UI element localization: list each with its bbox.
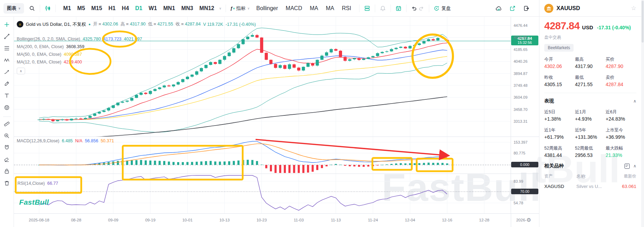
symbol-legend[interactable]: ≡ Gold vs US Dollar, D1, 不复权 ● 开 = 4302.… bbox=[17, 21, 256, 28]
divider bbox=[375, 5, 375, 12]
date-label-08-28: 08-28 bbox=[71, 218, 81, 222]
lock-icon[interactable] bbox=[2, 166, 12, 176]
date-label-12-16: 12-16 bbox=[442, 218, 452, 222]
text-tool-icon[interactable] bbox=[2, 91, 12, 100]
divider bbox=[3, 116, 11, 117]
price-axis-label: 3313.31 bbox=[514, 119, 528, 123]
undo-icon[interactable] bbox=[411, 5, 418, 12]
macd-dif-value: 56.856 bbox=[85, 138, 98, 143]
scrollbar-thumb[interactable] bbox=[642, 1, 644, 43]
related-row[interactable]: XAGUSDSilver vs U...63.061 bbox=[544, 184, 636, 189]
performance-title: 表现 bbox=[544, 98, 554, 104]
trend-line-icon[interactable] bbox=[2, 31, 12, 41]
timeframe-h1[interactable]: H1 bbox=[107, 4, 117, 13]
low-label: 低 bbox=[148, 22, 153, 27]
date-label-11-24: 11-24 bbox=[368, 218, 378, 222]
timeframe-mn12[interactable]: MN12 bbox=[198, 4, 216, 13]
timeframe-group: M1M5M15H1H4D1W1MN1MN3MN12 bbox=[60, 4, 217, 13]
divider bbox=[55, 5, 56, 12]
timeframe-w1[interactable]: W1 bbox=[147, 4, 159, 13]
redo-icon[interactable] bbox=[418, 5, 425, 12]
emoji-icon[interactable] bbox=[2, 103, 12, 112]
timeframe-mn1[interactable]: MN1 bbox=[161, 4, 177, 13]
curve-arrow-icon[interactable] bbox=[2, 67, 12, 77]
related-table: 资产名称最新价XAGUSDSilver vs U...63.061 bbox=[539, 169, 641, 189]
performance-header[interactable]: 表现 ∧ bbox=[539, 93, 641, 104]
collapse-legend-button[interactable]: ∧ bbox=[17, 68, 25, 74]
chart-menu-button[interactable]: 图表 ∨ bbox=[3, 3, 24, 14]
timeframe-d1[interactable]: D1 bbox=[134, 4, 144, 13]
timeframe-m5[interactable]: M5 bbox=[76, 4, 87, 13]
share-icon[interactable] bbox=[509, 5, 516, 12]
perf-stat-上市至今: 上市至今+36.99% bbox=[606, 127, 636, 140]
indicators-button[interactable]: ƒ+ 指标 ∨ bbox=[230, 5, 250, 12]
wave-pattern-icon[interactable] bbox=[2, 55, 12, 65]
indicator-shortcut-ma-3[interactable]: MA bbox=[324, 4, 336, 13]
rsi-legend[interactable]: RSI(14,Close) 66.77 bbox=[17, 181, 58, 186]
measure-icon[interactable] bbox=[2, 119, 12, 129]
ma200-legend[interactable]: MA(200, 0, EMA, Close) 3608.359 bbox=[17, 44, 84, 49]
time-axis[interactable]: ⚙ 2025-08-1808-2809-0909-1910-0110-1310-… bbox=[14, 213, 539, 227]
quote-stat-最高: 最高4317.90 bbox=[575, 56, 606, 69]
axis-settings-gear-icon[interactable]: ⚙ bbox=[526, 217, 531, 223]
eraser-icon[interactable] bbox=[2, 154, 12, 164]
timeframe-m1[interactable]: M1 bbox=[61, 4, 73, 13]
magnet-icon[interactable] bbox=[2, 143, 12, 152]
ma12-legend[interactable]: MA(12, 0, EMA, Close) 4239.400 bbox=[17, 60, 82, 65]
candle-style-icon[interactable] bbox=[44, 5, 51, 12]
date-label-11-13: 11-13 bbox=[331, 218, 341, 222]
macd-legend[interactable]: MACD(12,26,9,Close) 6.485 N/A 56.856 50.… bbox=[17, 138, 114, 143]
alert-bell-icon[interactable] bbox=[379, 5, 386, 12]
crosshair-plus-icon[interactable] bbox=[2, 20, 12, 29]
volume-value: V 119.72K bbox=[203, 22, 223, 27]
exit-fullscreen-icon[interactable] bbox=[523, 5, 530, 12]
chart-region[interactable]: FastBull ≡ Gold vs US Dollar, D1, 不复权 ● … bbox=[14, 17, 539, 227]
broker-badge[interactable]: BeeMarkets bbox=[544, 44, 574, 52]
indicator-shortcut-macd[interactable]: MACD bbox=[283, 4, 304, 13]
layout-icon[interactable] bbox=[364, 5, 371, 12]
indicator-shortcut-group: BollingerMACDMAMARSI bbox=[252, 4, 355, 13]
timeframe-more-chevron-icon[interactable]: ∨ bbox=[219, 7, 222, 10]
scrollbar[interactable] bbox=[641, 0, 644, 227]
search-icon[interactable] bbox=[29, 5, 36, 12]
price-chart-canvas[interactable] bbox=[14, 17, 539, 213]
brush-icon[interactable] bbox=[2, 79, 12, 89]
indicator-shortcut-rsi[interactable]: RSI bbox=[340, 4, 353, 13]
divider bbox=[359, 5, 359, 12]
price-axis-label: 4040.26 bbox=[514, 59, 528, 63]
ma50-legend[interactable]: MA(50, 0, EMA, Close) 4090.587 bbox=[17, 52, 82, 57]
quote-stat-买价: 买价4287.90 bbox=[606, 56, 636, 69]
panel-list-icon[interactable] bbox=[624, 164, 630, 169]
indicator-axis-label: 54.78 bbox=[514, 201, 523, 205]
timeframe-h4[interactable]: H4 bbox=[120, 4, 130, 13]
cloud-sync-icon[interactable] bbox=[495, 5, 502, 12]
timeframe-mn3[interactable]: MN3 bbox=[180, 4, 195, 13]
perf-stat-近5年: 近5年+131.36% bbox=[575, 127, 606, 140]
high-value: 4317.90 bbox=[130, 22, 145, 27]
live-dot-icon: ● bbox=[89, 22, 91, 26]
timeframe-m15[interactable]: M15 bbox=[90, 4, 104, 13]
date-label-09-19: 09-19 bbox=[145, 218, 155, 222]
quote-stat-卖价: 卖价4287.84 bbox=[606, 75, 636, 87]
replay-button[interactable]: 复盘 bbox=[433, 5, 451, 12]
fib-lines-icon[interactable] bbox=[2, 43, 12, 53]
chevron-up-icon[interactable]: ∧ bbox=[633, 164, 636, 168]
chevron-up-icon[interactable]: ∧ bbox=[633, 99, 636, 104]
symbol-name: XAUUSD bbox=[556, 5, 580, 12]
indicator-shortcut-bollinger[interactable]: Bollinger bbox=[254, 4, 280, 13]
indicator-shortcut-ma-2[interactable]: MA bbox=[308, 4, 320, 13]
bollinger-upper-value: 4325.780 bbox=[83, 37, 101, 41]
related-header[interactable]: 相关品种 ∧ bbox=[539, 158, 641, 169]
drawing-tool-rail bbox=[0, 17, 14, 227]
zoom-in-icon[interactable] bbox=[2, 131, 12, 141]
trash-icon[interactable] bbox=[2, 178, 12, 188]
countdown-timer: 15:32:56 bbox=[511, 40, 538, 45]
bollinger-legend[interactable]: Bollinger(26, 0, 2.0, SMA, Close) 4325.7… bbox=[17, 37, 142, 41]
related-columns: 资产名称最新价 bbox=[544, 173, 636, 184]
perf-stat-近6月: 近6月+24.83% bbox=[606, 109, 636, 122]
calendar-icon[interactable] bbox=[395, 5, 402, 12]
divider bbox=[40, 5, 40, 12]
price-axis[interactable]: 4287.84 15:32:56 0.000 70.00 4476.444331… bbox=[511, 17, 539, 213]
favorite-star-icon[interactable]: ☆ bbox=[631, 5, 636, 12]
top-toolbar: 图表 ∨ M1M5M15H1H4D1W1MN1MN3MN12 ∨ ƒ+ 指标 ∨… bbox=[0, 0, 539, 17]
